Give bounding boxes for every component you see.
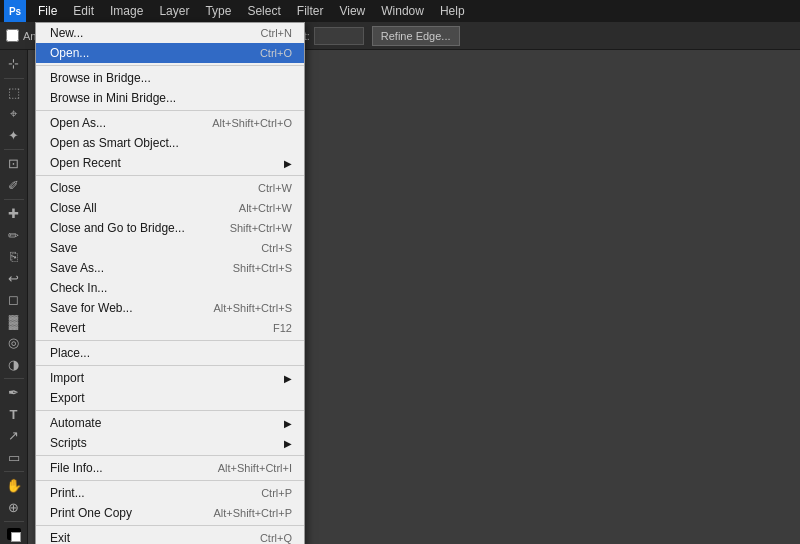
menu-image[interactable]: Image xyxy=(102,0,151,22)
menu-item-label: Open Recent xyxy=(50,156,121,170)
menu-item-open-recent[interactable]: Open Recent▶ xyxy=(36,153,304,173)
marquee-tool[interactable]: ⬚ xyxy=(3,82,25,102)
zoom-tool[interactable]: ⊕ xyxy=(3,497,25,517)
menu-item-new---[interactable]: New...Ctrl+N xyxy=(36,23,304,43)
menu-item-label: Print... xyxy=(50,486,85,500)
gradient-tool[interactable]: ▓ xyxy=(3,311,25,331)
menu-item-export[interactable]: Export xyxy=(36,388,304,408)
menu-item-open---[interactable]: Open...Ctrl+O xyxy=(36,43,304,63)
menu-item-shortcut: Alt+Shift+Ctrl+S xyxy=(213,302,292,314)
menu-layer[interactable]: Layer xyxy=(151,0,197,22)
dodge-tool[interactable]: ◑ xyxy=(3,354,25,374)
menu-item-revert[interactable]: RevertF12 xyxy=(36,318,304,338)
menu-item-shortcut: Ctrl+N xyxy=(261,27,292,39)
menu-item-label: Place... xyxy=(50,346,90,360)
submenu-arrow-icon: ▶ xyxy=(284,438,292,449)
menu-item-label: Save for Web... xyxy=(50,301,132,315)
menu-item-label: Browse in Bridge... xyxy=(50,71,151,85)
menu-item-automate[interactable]: Automate▶ xyxy=(36,413,304,433)
menu-item-label: Close All xyxy=(50,201,97,215)
menu-item-shortcut: Ctrl+S xyxy=(261,242,292,254)
menu-item-open-as---[interactable]: Open As...Alt+Shift+Ctrl+O xyxy=(36,113,304,133)
menu-item-save-as---[interactable]: Save As...Shift+Ctrl+S xyxy=(36,258,304,278)
anti-alias-checkbox[interactable] xyxy=(6,29,19,42)
menu-type[interactable]: Type xyxy=(197,0,239,22)
type-tool[interactable]: T xyxy=(3,404,25,424)
menu-item-scripts[interactable]: Scripts▶ xyxy=(36,433,304,453)
tool-separator-4 xyxy=(4,378,24,379)
menu-separator xyxy=(36,65,304,66)
path-tool[interactable]: ↗ xyxy=(3,426,25,446)
menu-item-browse-in-bridge---[interactable]: Browse in Bridge... xyxy=(36,68,304,88)
menu-item-label: Automate xyxy=(50,416,101,430)
menu-view[interactable]: View xyxy=(331,0,373,22)
menu-item-save-for-web---[interactable]: Save for Web...Alt+Shift+Ctrl+S xyxy=(36,298,304,318)
menu-item-label: New... xyxy=(50,26,83,40)
menu-item-shortcut: Shift+Ctrl+W xyxy=(230,222,292,234)
history-brush-tool[interactable]: ↩ xyxy=(3,268,25,288)
eraser-tool[interactable]: ◻ xyxy=(3,290,25,310)
foreground-color[interactable] xyxy=(7,528,21,540)
clone-tool[interactable]: ⎘ xyxy=(3,247,25,267)
menu-item-shortcut: Alt+Ctrl+W xyxy=(239,202,292,214)
menu-item-open-as-smart-object---[interactable]: Open as Smart Object... xyxy=(36,133,304,153)
refine-edge-button[interactable]: Refine Edge... xyxy=(372,26,460,46)
menu-file[interactable]: File xyxy=(30,0,65,22)
menu-separator xyxy=(36,525,304,526)
tool-separator-6 xyxy=(4,521,24,522)
submenu-arrow-icon: ▶ xyxy=(284,373,292,384)
menu-separator xyxy=(36,480,304,481)
magic-wand-tool[interactable]: ✦ xyxy=(3,125,25,145)
menu-item-close[interactable]: CloseCtrl+W xyxy=(36,178,304,198)
file-menu-dropdown: New...Ctrl+NOpen...Ctrl+OBrowse in Bridg… xyxy=(35,22,305,544)
menu-item-label: Check In... xyxy=(50,281,107,295)
menu-item-exit[interactable]: ExitCtrl+Q xyxy=(36,528,304,544)
menu-item-file-info---[interactable]: File Info...Alt+Shift+Ctrl+I xyxy=(36,458,304,478)
menu-item-print---[interactable]: Print...Ctrl+P xyxy=(36,483,304,503)
menu-item-print-one-copy[interactable]: Print One CopyAlt+Shift+Ctrl+P xyxy=(36,503,304,523)
tool-panel: ⊹ ⬚ ⌖ ✦ ⊡ ✐ ✚ ✏ ⎘ ↩ ◻ ▓ ◎ ◑ ✒ T ↗ ▭ ✋ ⊕ xyxy=(0,50,28,544)
menu-item-label: Open As... xyxy=(50,116,106,130)
crop-tool[interactable]: ⊡ xyxy=(3,154,25,174)
brush-tool[interactable]: ✏ xyxy=(3,225,25,245)
menu-select[interactable]: Select xyxy=(239,0,288,22)
menu-item-check-in---[interactable]: Check In... xyxy=(36,278,304,298)
menu-item-close-all[interactable]: Close AllAlt+Ctrl+W xyxy=(36,198,304,218)
menu-item-label: Close xyxy=(50,181,81,195)
menu-item-shortcut: Ctrl+O xyxy=(260,47,292,59)
blur-tool[interactable]: ◎ xyxy=(3,333,25,353)
menu-bar: Ps File Edit Image Layer Type Select Fil… xyxy=(0,0,800,22)
lasso-tool[interactable]: ⌖ xyxy=(3,104,25,124)
healing-tool[interactable]: ✚ xyxy=(3,204,25,224)
menu-item-label: Exit xyxy=(50,531,70,544)
menu-item-save[interactable]: SaveCtrl+S xyxy=(36,238,304,258)
menu-item-label: File Info... xyxy=(50,461,103,475)
menu-item-label: Close and Go to Bridge... xyxy=(50,221,185,235)
menu-separator xyxy=(36,110,304,111)
tool-separator-1 xyxy=(4,78,24,79)
menu-separator xyxy=(36,410,304,411)
menu-window[interactable]: Window xyxy=(373,0,432,22)
height-input[interactable] xyxy=(314,27,364,45)
shape-tool[interactable]: ▭ xyxy=(3,447,25,467)
menu-item-import[interactable]: Import▶ xyxy=(36,368,304,388)
tool-separator-5 xyxy=(4,471,24,472)
hand-tool[interactable]: ✋ xyxy=(3,476,25,496)
menu-item-shortcut: Shift+Ctrl+S xyxy=(233,262,292,274)
move-tool[interactable]: ⊹ xyxy=(3,54,25,74)
tool-separator-3 xyxy=(4,199,24,200)
menu-item-close-and-go-to-bridge---[interactable]: Close and Go to Bridge...Shift+Ctrl+W xyxy=(36,218,304,238)
menu-item-shortcut: Ctrl+P xyxy=(261,487,292,499)
menu-edit[interactable]: Edit xyxy=(65,0,102,22)
menu-item-label: Browse in Mini Bridge... xyxy=(50,91,176,105)
menu-item-label: Save xyxy=(50,241,77,255)
menu-item-browse-in-mini-bridge---[interactable]: Browse in Mini Bridge... xyxy=(36,88,304,108)
menu-item-shortcut: Ctrl+W xyxy=(258,182,292,194)
app-logo: Ps xyxy=(4,0,26,22)
pen-tool[interactable]: ✒ xyxy=(3,383,25,403)
menu-filter[interactable]: Filter xyxy=(289,0,332,22)
menu-help[interactable]: Help xyxy=(432,0,473,22)
menu-item-label: Export xyxy=(50,391,85,405)
menu-item-place---[interactable]: Place... xyxy=(36,343,304,363)
eyedropper-tool[interactable]: ✐ xyxy=(3,175,25,195)
